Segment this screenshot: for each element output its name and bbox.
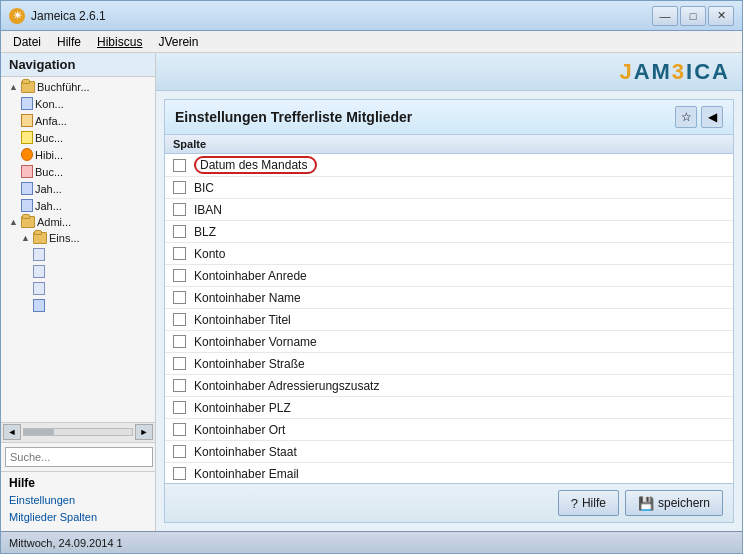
tree-item-sub4[interactable]	[3, 297, 153, 314]
row-checkbox-3[interactable]	[173, 225, 186, 238]
row-label-11: Kontoinhaber PLZ	[194, 401, 291, 415]
row-checkbox-11[interactable]	[173, 401, 186, 414]
tree-label: Jah...	[35, 183, 62, 195]
tree-item-hibi[interactable]: Hibi...	[3, 146, 153, 163]
tree-item-kon[interactable]: Kon...	[3, 95, 153, 112]
table-row[interactable]: Konto	[165, 243, 733, 265]
scroll-right-btn[interactable]: ►	[135, 424, 153, 440]
table-row[interactable]: Kontoinhaber Name	[165, 287, 733, 309]
table-row[interactable]: Kontoinhaber Adressierungszusatz	[165, 375, 733, 397]
title-bar-left: ☀ Jameica 2.6.1	[9, 8, 106, 24]
doc-icon	[21, 199, 33, 212]
doc-icon	[21, 182, 33, 195]
hilfe-button[interactable]: ? Hilfe	[558, 490, 619, 516]
logo-ica: ICA	[686, 59, 730, 84]
table-row[interactable]: Kontoinhaber Anrede	[165, 265, 733, 287]
scroll-track	[23, 428, 133, 436]
table-row[interactable]: Kontoinhaber PLZ	[165, 397, 733, 419]
sidebar-help: Hilfe Einstellungen Mitglieder Spalten	[1, 471, 155, 531]
bottom-bar: ? Hilfe 💾 speichern	[165, 483, 733, 522]
row-checkbox-14[interactable]	[173, 467, 186, 480]
table-row[interactable]: BIC	[165, 177, 733, 199]
tree-item-buc1[interactable]: Buc...	[3, 129, 153, 146]
doc-icon	[33, 299, 45, 312]
main-area: Navigation ▲ Buchführ... Kon...	[1, 53, 742, 531]
row-checkbox-2[interactable]	[173, 203, 186, 216]
help-link-einstellungen[interactable]: Einstellungen	[9, 492, 147, 510]
back-button[interactable]: ◀	[701, 106, 723, 128]
star-button[interactable]: ☆	[675, 106, 697, 128]
table-row[interactable]: Kontoinhaber Email	[165, 463, 733, 483]
table-row[interactable]: IBAN	[165, 199, 733, 221]
table-scroll[interactable]: Datum des Mandats BIC IBAN	[165, 154, 733, 483]
menu-bar: Datei Hilfe Hibiscus JVerein	[1, 31, 742, 53]
maximize-button[interactable]: □	[680, 6, 706, 26]
scroll-thumb	[24, 429, 54, 435]
row-label-7: Kontoinhaber Titel	[194, 313, 291, 327]
table-row[interactable]: Kontoinhaber Straße	[165, 353, 733, 375]
speichern-button[interactable]: 💾 speichern	[625, 490, 723, 516]
hilfe-label: Hilfe	[582, 496, 606, 510]
row-checkbox-4[interactable]	[173, 247, 186, 260]
row-label-3: BLZ	[194, 225, 216, 239]
column-header: Spalte	[165, 135, 733, 154]
row-checkbox-5[interactable]	[173, 269, 186, 282]
row-label-0: Datum des Mandats	[194, 156, 317, 174]
tree-item-buchfuhr[interactable]: ▲ Buchführ...	[3, 79, 153, 95]
scroll-left-btn[interactable]: ◄	[3, 424, 21, 440]
tree-item-admi[interactable]: ▲ Admi...	[3, 214, 153, 230]
hilfe-icon: ?	[571, 496, 578, 511]
row-checkbox-1[interactable]	[173, 181, 186, 194]
search-input[interactable]	[5, 447, 153, 467]
menu-hibiscus[interactable]: Hibiscus	[89, 33, 150, 51]
settings-panel: Einstellungen Trefferliste Mitglieder ☆ …	[164, 99, 734, 523]
doc-icon	[21, 114, 33, 127]
row-checkbox-7[interactable]	[173, 313, 186, 326]
row-label-12: Kontoinhaber Ort	[194, 423, 285, 437]
row-label-4: Konto	[194, 247, 225, 261]
expand-icon: ▲	[21, 233, 31, 243]
nav-header: Navigation	[1, 53, 155, 77]
tree-item-eins[interactable]: ▲ Eins...	[3, 230, 153, 246]
logo-j: J	[619, 59, 633, 84]
tree-label: Hibi...	[35, 149, 63, 161]
tree-item-sub1[interactable]	[3, 246, 153, 263]
tree-item-jah1[interactable]: Jah...	[3, 180, 153, 197]
row-checkbox-13[interactable]	[173, 445, 186, 458]
menu-hilfe[interactable]: Hilfe	[49, 33, 89, 51]
tree-item-sub2[interactable]	[3, 263, 153, 280]
speichern-label: speichern	[658, 496, 710, 510]
row-label-13: Kontoinhaber Staat	[194, 445, 297, 459]
table-row[interactable]: Kontoinhaber Staat	[165, 441, 733, 463]
table-row[interactable]: BLZ	[165, 221, 733, 243]
row-checkbox-0[interactable]	[173, 159, 186, 172]
menu-datei[interactable]: Datei	[5, 33, 49, 51]
tree-item-sub3[interactable]	[3, 280, 153, 297]
tree-item-buc2[interactable]: Buc...	[3, 163, 153, 180]
help-title: Hilfe	[9, 476, 147, 490]
window-controls: — □ ✕	[652, 6, 734, 26]
row-checkbox-12[interactable]	[173, 423, 186, 436]
row-checkbox-9[interactable]	[173, 357, 186, 370]
sidebar-search-area: Optionen	[1, 442, 155, 471]
row-checkbox-6[interactable]	[173, 291, 186, 304]
help-link-mitglieder[interactable]: Mitglieder Spalten	[9, 509, 147, 527]
row-checkbox-10[interactable]	[173, 379, 186, 392]
tree-item-jah2[interactable]: Jah...	[3, 197, 153, 214]
minimize-button[interactable]: —	[652, 6, 678, 26]
logo-3: 3	[672, 59, 686, 84]
jamaica-logo: JAM3ICA	[619, 59, 730, 85]
table-row[interactable]: Kontoinhaber Vorname	[165, 331, 733, 353]
row-label-5: Kontoinhaber Anrede	[194, 269, 307, 283]
table-row[interactable]: Kontoinhaber Titel	[165, 309, 733, 331]
doc-icon-sun	[21, 148, 33, 161]
tree-item-anfa[interactable]: Anfa...	[3, 112, 153, 129]
row-checkbox-8[interactable]	[173, 335, 186, 348]
row-label-14: Kontoinhaber Email	[194, 467, 299, 481]
menu-jverein[interactable]: JVerein	[150, 33, 206, 51]
close-button[interactable]: ✕	[708, 6, 734, 26]
panel-title: Einstellungen Trefferliste Mitglieder	[175, 109, 412, 125]
title-bar: ☀ Jameica 2.6.1 — □ ✕	[1, 1, 742, 31]
table-row[interactable]: Kontoinhaber Ort	[165, 419, 733, 441]
table-row[interactable]: Datum des Mandats	[165, 154, 733, 177]
